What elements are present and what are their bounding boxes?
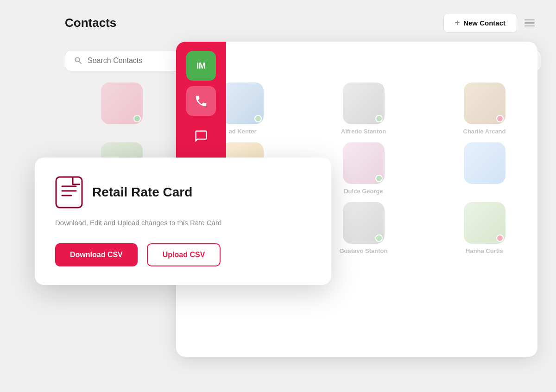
status-badge (254, 115, 262, 122)
new-contact-label: New Contact (463, 19, 505, 27)
menu-button[interactable] (524, 15, 541, 32)
status-badge (375, 175, 383, 182)
avatar-wrap (222, 82, 264, 124)
upload-csv-button[interactable]: Upload CSV (147, 243, 221, 266)
contact-name: Gustavo Stanton (339, 247, 387, 254)
avatar-wrap (343, 82, 385, 124)
document-icon (55, 176, 83, 209)
page-title: Contacts (65, 16, 116, 30)
status-badge (496, 115, 504, 122)
svg-rect-0 (56, 177, 82, 208)
avatar (464, 142, 505, 184)
modal-actions: Download CSV Upload CSV (55, 243, 311, 266)
phone-icon (194, 94, 208, 108)
avatar-wrap (343, 142, 385, 184)
contact-card[interactable]: Hanna Curtis (428, 202, 541, 254)
status-badge (496, 234, 504, 242)
search-icon (74, 56, 83, 65)
sidebar-item-chat[interactable] (186, 121, 216, 151)
avatar-wrap (464, 82, 505, 124)
sidebar-item-im[interactable]: IM (186, 51, 216, 81)
avatar-wrap (101, 82, 143, 124)
avatar-wrap (464, 202, 505, 244)
contact-card[interactable] (65, 82, 178, 135)
download-csv-button[interactable]: Download CSV (55, 243, 138, 266)
im-label: IM (196, 61, 206, 71)
contact-name: Hanna Curtis (466, 247, 503, 254)
status-badge (133, 115, 141, 122)
status-badge (375, 234, 383, 242)
contact-card[interactable]: Charlie Arcand (428, 82, 541, 135)
rate-card-modal: Retail Rate Card Download, Edit and Uplo… (35, 158, 331, 285)
modal-title: Retail Rate Card (92, 185, 192, 200)
contact-card[interactable]: Alfredo Stanton (307, 82, 420, 135)
avatar-wrap (343, 202, 385, 244)
modal-description: Download, Edit and Upload changes to thi… (55, 218, 311, 228)
contact-card[interactable] (428, 142, 541, 195)
header-actions: + New Contact (443, 13, 541, 33)
sidebar-item-phone[interactable] (186, 86, 216, 116)
avatar-wrap (464, 142, 505, 184)
contact-name: Alfredo Stanton (341, 128, 386, 135)
contact-name: Dulce George (344, 188, 383, 195)
plus-icon: + (455, 18, 460, 28)
new-contact-button[interactable]: + New Contact (443, 13, 517, 33)
contacts-header: Contacts + New Contact (0, 0, 556, 41)
contact-name: Charlie Arcand (463, 128, 506, 135)
contact-name: ad Kenter (229, 128, 257, 135)
modal-header: Retail Rate Card (55, 176, 311, 209)
status-badge (375, 115, 383, 122)
chat-icon (194, 129, 208, 143)
